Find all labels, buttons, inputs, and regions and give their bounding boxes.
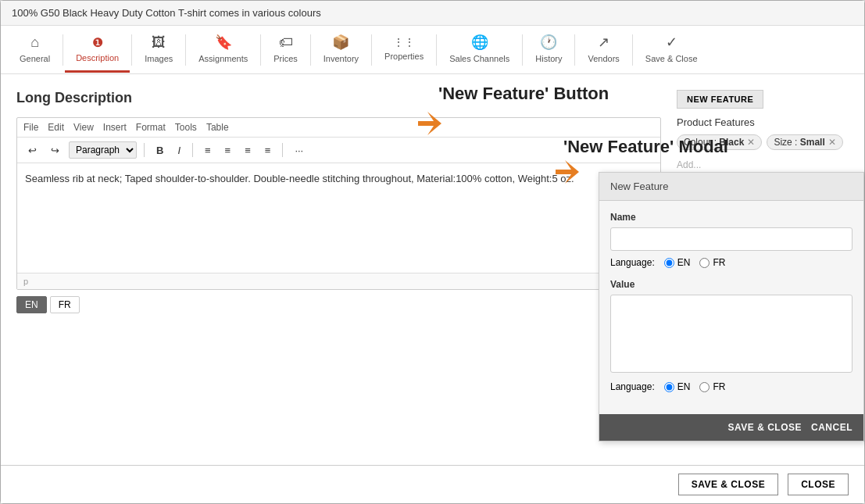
- properties-icon: ⋮⋮: [393, 36, 415, 48]
- title-bar: 100% G50 Black Heavy Duty Cotton T-shirt…: [1, 1, 864, 26]
- nav-item-images[interactable]: 🖼 Images: [134, 27, 184, 73]
- name-lang-en-label[interactable]: EN: [664, 257, 691, 268]
- content-area: Long Description File Edit View Insert F…: [1, 74, 864, 465]
- nav-bar: ⌂ General ❶ Description 🖼 Images 🔖 Assig…: [1, 26, 864, 74]
- nav-item-sales-channels[interactable]: 🌐 Sales Channels: [438, 26, 520, 73]
- new-feature-button[interactable]: NEW FEATURE: [677, 90, 763, 109]
- name-language-label: Language:: [610, 257, 655, 268]
- value-language-label: Language:: [610, 381, 655, 392]
- value-lang-fr-radio[interactable]: [699, 382, 710, 392]
- language-buttons: EN FR: [16, 296, 661, 313]
- size-tag-remove[interactable]: ✕: [828, 137, 836, 148]
- align-center-button[interactable]: ≡: [220, 142, 236, 159]
- modal-title: New Feature: [610, 181, 668, 192]
- editor-tag: p: [23, 277, 28, 286]
- save-close-button[interactable]: SAVE & CLOSE: [678, 474, 778, 495]
- nav-item-inventory[interactable]: 📦 Inventory: [313, 26, 370, 73]
- nav-label-history: History: [535, 54, 562, 63]
- menu-format[interactable]: Format: [136, 122, 166, 133]
- nav-label-sales-channels: Sales Channels: [449, 54, 509, 63]
- nav-item-history[interactable]: 🕐 History: [524, 26, 573, 73]
- editor-content: Seamless rib at neck; Taped shoulder-to-…: [25, 173, 574, 184]
- nav-separator: [63, 34, 63, 66]
- value-textarea[interactable]: [610, 295, 852, 373]
- menu-table[interactable]: Table: [206, 122, 229, 133]
- home-icon: ⌂: [30, 34, 39, 51]
- nav-item-general[interactable]: ⌂ General: [9, 27, 61, 73]
- nav-item-vendors[interactable]: ↗ Vendors: [577, 26, 630, 73]
- nav-separator-9: [574, 34, 575, 66]
- nav-item-description[interactable]: ❶ Description: [65, 27, 130, 73]
- window-title: 100% G50 Black Heavy Duty Cotton T-shirt…: [12, 7, 321, 19]
- menu-tools[interactable]: Tools: [175, 122, 197, 133]
- close-button[interactable]: CLOSE: [788, 474, 849, 495]
- nav-label-prices: Prices: [273, 54, 298, 63]
- name-lang-fr-radio[interactable]: [699, 258, 710, 268]
- history-icon: 🕐: [540, 34, 557, 51]
- align-left-button[interactable]: ≡: [200, 142, 216, 159]
- annotation-modal-label: 'New Feature' Modal: [563, 137, 728, 157]
- product-features-label: Product Features: [677, 116, 849, 128]
- nav-label-inventory: Inventory: [323, 54, 359, 63]
- paragraph-select[interactable]: Paragraph: [69, 141, 137, 159]
- nav-item-properties[interactable]: ⋮⋮ Properties: [374, 28, 434, 71]
- name-lang-fr-label[interactable]: FR: [699, 257, 725, 268]
- value-field-label: Value: [610, 279, 852, 290]
- value-lang-en-radio[interactable]: [664, 382, 674, 392]
- name-lang-en-radio[interactable]: [664, 258, 674, 268]
- nav-label-vendors: Vendors: [588, 54, 619, 63]
- nav-separator-10: [632, 34, 633, 66]
- feature-tag-size: Size : Small ✕: [767, 134, 842, 150]
- value-language-selector: Language: EN FR: [610, 381, 852, 392]
- editor-footer: p: [17, 273, 660, 289]
- nav-label-description: Description: [76, 53, 119, 63]
- undo-button[interactable]: ↩: [23, 142, 41, 159]
- inventory-icon: 📦: [332, 34, 349, 51]
- redo-button[interactable]: ↪: [46, 142, 64, 159]
- name-input[interactable]: [610, 227, 852, 251]
- prices-icon: 🏷: [279, 34, 293, 51]
- modal-cancel-button[interactable]: CANCEL: [811, 422, 852, 433]
- menu-edit[interactable]: Edit: [48, 122, 64, 133]
- nav-item-assignments[interactable]: 🔖 Assignments: [188, 26, 259, 73]
- nav-separator-7: [436, 34, 437, 66]
- toolbar-separator-1: [144, 143, 145, 157]
- assignments-icon: 🔖: [215, 34, 232, 51]
- modal-footer: SAVE & CLOSE CANCEL: [599, 414, 863, 441]
- toolbar-separator-3: [282, 143, 283, 157]
- editor-body[interactable]: Seamless rib at neck; Taped shoulder-to-…: [17, 163, 660, 273]
- value-lang-en-label[interactable]: EN: [664, 381, 691, 392]
- more-options-button[interactable]: ···: [290, 142, 308, 159]
- nav-separator-4: [260, 34, 261, 66]
- lang-fr-button[interactable]: FR: [50, 296, 80, 313]
- nav-separator-6: [371, 34, 372, 66]
- bold-button[interactable]: B: [152, 142, 168, 159]
- vendors-icon: ↗: [598, 34, 609, 51]
- new-feature-modal: New Feature Name Language: EN FR Val: [599, 172, 864, 441]
- nav-label-save-close: Save & Close: [645, 54, 698, 63]
- nav-separator-5: [310, 34, 311, 66]
- description-alert-icon: ❶: [92, 35, 103, 50]
- colour-tag-remove[interactable]: ✕: [747, 137, 755, 148]
- modal-save-button[interactable]: SAVE & CLOSE: [728, 422, 802, 433]
- nav-label-properties: Properties: [384, 52, 424, 61]
- value-lang-fr-label[interactable]: FR: [699, 381, 725, 392]
- nav-separator-8: [522, 34, 523, 66]
- modal-body: Name Language: EN FR Value Lan: [599, 201, 863, 414]
- align-justify-button[interactable]: ≡: [260, 142, 276, 159]
- menu-view[interactable]: View: [73, 122, 94, 133]
- nav-item-prices[interactable]: 🏷 Prices: [263, 27, 309, 73]
- menu-insert[interactable]: Insert: [103, 122, 127, 133]
- size-tag-label: Size : Small: [774, 137, 824, 148]
- nav-label-general: General: [20, 54, 50, 63]
- nav-label-images: Images: [145, 54, 173, 63]
- images-icon: 🖼: [152, 34, 166, 51]
- menu-file[interactable]: File: [23, 122, 38, 133]
- lang-en-button[interactable]: EN: [16, 296, 47, 313]
- main-window: 100% G50 Black Heavy Duty Cotton T-shirt…: [0, 0, 865, 504]
- feature-add-label: Add...: [677, 156, 849, 173]
- editor-menubar: File Edit View Insert Format Tools Table: [17, 118, 660, 138]
- italic-button[interactable]: I: [173, 142, 185, 159]
- nav-item-save-close[interactable]: ✓ Save & Close: [634, 26, 709, 73]
- align-right-button[interactable]: ≡: [240, 142, 256, 159]
